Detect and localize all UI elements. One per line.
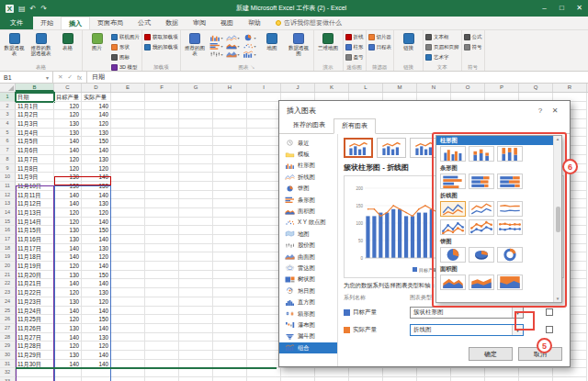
doughnut-icon[interactable] [497,247,523,263]
cell[interactable] [111,191,145,200]
cell[interactable]: 130 [82,199,111,208]
cell[interactable] [247,146,281,155]
ribbon-tab-公式[interactable]: 公式 [130,17,158,29]
cell[interactable]: 11月11日 [16,191,54,200]
chart-category-折线图[interactable]: 折线图 [279,172,337,183]
cell[interactable] [111,102,145,111]
cell[interactable] [247,199,281,208]
cell[interactable] [111,244,145,253]
cell[interactable] [213,102,247,111]
cell[interactable] [213,297,247,307]
cell[interactable]: 140 [54,333,82,342]
cell[interactable]: 120 [82,297,111,307]
row-header-16[interactable]: 16 [0,226,16,235]
line-stacked-icon[interactable] [469,201,494,217]
scrollbar-thumb[interactable] [556,207,560,232]
row-header-21[interactable]: 21 [0,271,16,280]
cell[interactable] [145,324,179,333]
chart-category-曲面图[interactable]: 曲面图 [279,252,337,263]
cell[interactable]: 11月6日 [16,146,54,155]
cell[interactable] [213,191,247,200]
row-header-1[interactable]: 1 [0,93,16,102]
cell[interactable] [247,235,281,244]
cell[interactable] [315,377,349,381]
cell[interactable]: 120 [82,119,111,129]
cell[interactable] [417,368,451,377]
bar-clustered-icon[interactable] [440,174,466,189]
scatter-dropdown-button[interactable]: ▾ [243,42,258,50]
bar-100-icon[interactable] [497,174,523,189]
ribbon-button-图标[interactable]: 图标 [111,52,140,62]
cell[interactable] [213,137,247,146]
cell[interactable] [82,368,111,377]
row-header-29[interactable]: 29 [0,342,16,351]
cell[interactable]: 11月16日 [16,235,54,244]
column-header-M[interactable]: M [383,84,417,92]
cell[interactable]: 120 [82,342,111,351]
cell[interactable] [213,288,247,297]
cell[interactable] [315,368,349,377]
ribbon-button-盈亏[interactable]: 盈亏 [345,52,364,62]
cell[interactable]: 11月28日 [16,342,54,351]
cell[interactable] [281,377,315,381]
cell[interactable] [247,315,281,324]
ribbon-button-图片[interactable]: 图片 [85,31,109,50]
column-header-N[interactable]: N [417,84,451,92]
tab-all-charts[interactable]: 所有图表 [334,118,376,134]
row-header-32[interactable]: 32 [0,368,16,377]
ribbon-button-折线[interactable]: 折线 [345,32,364,42]
chart-category-最近[interactable]: 最近 [279,138,337,149]
cell[interactable] [111,146,145,155]
cell[interactable]: 140 [54,146,82,155]
cell[interactable] [145,279,179,288]
cell[interactable] [247,324,281,333]
cell[interactable] [213,351,247,360]
cell[interactable]: 11月2日 [16,110,54,119]
ribbon-button-文本框[interactable]: 文本框 [425,32,459,42]
cell[interactable]: 140 [82,279,111,288]
cell[interactable]: 11月5日 [16,137,54,146]
cell[interactable] [179,164,213,174]
cell[interactable] [145,342,179,351]
cell[interactable] [111,342,145,351]
row-header-12[interactable]: 12 [0,191,16,200]
cell[interactable] [54,377,82,381]
cell[interactable]: 140 [82,235,111,244]
cell[interactable]: 120 [54,288,82,297]
pie-3d-icon[interactable] [469,247,494,263]
cell[interactable]: 11月13日 [16,208,54,218]
confirm-entry-icon[interactable]: ✓ [67,73,72,81]
pie-dropdown-button[interactable]: ▾ [243,34,258,41]
secondary-axis-checkbox-target[interactable] [546,308,553,316]
ribbon-button-链接[interactable]: 链接 [396,31,421,50]
cell[interactable] [111,129,145,138]
cell[interactable]: 130 [82,288,111,297]
chevron-down-icon[interactable]: ▾ [512,308,523,318]
ribbon-button-数据透视表[interactable]: 数据透视表 [2,31,27,57]
cell[interactable] [179,368,213,377]
ribbon-tab-视图[interactable]: 视图 [213,17,241,29]
cell[interactable]: 140 [82,146,111,155]
cell[interactable] [145,377,179,381]
redo-icon[interactable]: ↷ [40,5,47,13]
cell[interactable]: 11月8日 [16,164,54,174]
cell[interactable]: 11月10日 [16,182,54,191]
cell[interactable]: 140 [82,102,111,111]
pie-icon[interactable] [440,247,466,263]
cell[interactable] [213,271,247,280]
ribbon-button-艺术字[interactable]: 艺术字 [425,52,459,62]
cell[interactable]: 120 [82,208,111,218]
cell[interactable] [111,208,145,218]
cell[interactable] [145,129,179,138]
cell[interactable] [213,119,247,129]
cell[interactable] [247,262,281,271]
cell[interactable]: 130 [82,244,111,253]
cell[interactable]: 11月19日 [16,262,54,271]
line-dropdown-button[interactable]: ▾ [226,34,242,41]
cell[interactable]: 11月15日 [16,226,54,235]
cell[interactable] [145,226,179,235]
cell[interactable]: 140 [54,279,82,288]
cell[interactable] [111,252,145,262]
cell[interactable] [111,226,145,235]
chart-category-模板[interactable]: 模板 [279,149,337,160]
